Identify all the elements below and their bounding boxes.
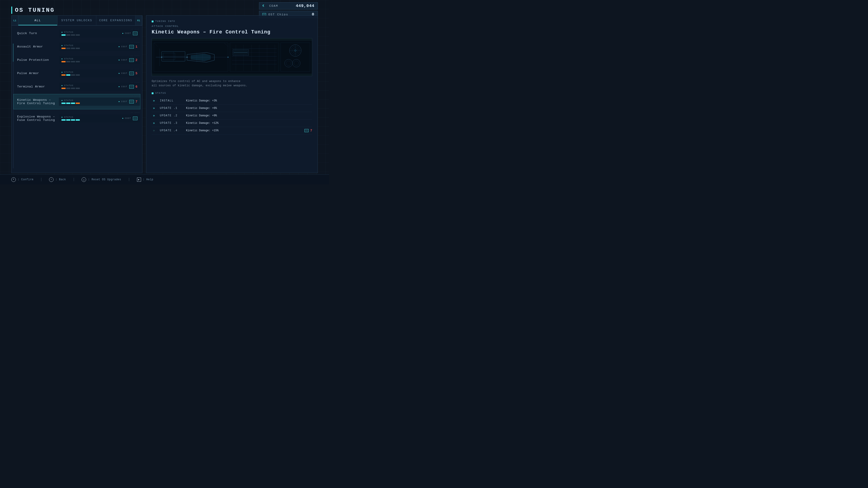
- list-item[interactable]: Pulse Protection STATUS: [13, 54, 141, 66]
- chevron-right-icon: »: [152, 114, 156, 118]
- cost-icon: [129, 85, 134, 89]
- upgrade-row: » UPDATE .1 Kinetic Damage: +6%: [152, 105, 312, 112]
- back-label: :: [55, 178, 57, 181]
- status-section-label: STATUS: [155, 92, 166, 94]
- seg-3: [71, 88, 75, 89]
- item-corner: -- ----: [130, 28, 140, 30]
- tab-next-btn[interactable]: R1: [135, 15, 142, 25]
- cost-icon: [133, 117, 137, 120]
- upgrade-row: » UPDATE .4 Kinetic Damage: +15% 7: [152, 127, 312, 134]
- back-text: Back: [59, 178, 66, 181]
- seg-1: [61, 119, 66, 121]
- info-section-label: TUNING INFO: [155, 20, 175, 23]
- seg-4: [76, 34, 80, 36]
- cost-label: COST: [119, 72, 127, 74]
- seg-3: [71, 61, 75, 62]
- upgrade-effect: Kinetic Damage: +9%: [186, 114, 312, 117]
- status-label: STATUS: [61, 99, 80, 102]
- cost-icon: [129, 100, 134, 103]
- upgrade-name: UPDATE .4: [160, 129, 182, 132]
- right-panel: TUNING INFO ATTACK CONTROL Kinetic Weapo…: [146, 15, 318, 173]
- list-item[interactable]: Quick Turn STATUS COST: [13, 27, 141, 39]
- item-corner: -- ----: [130, 111, 140, 113]
- cost-group: COST 6: [119, 85, 137, 89]
- cost-num: 2: [135, 58, 137, 62]
- list-item[interactable]: Assault Armor STATUS COS: [13, 41, 141, 53]
- status-label: STATUS: [61, 44, 80, 47]
- items-list[interactable]: Quick Turn STATUS COST: [11, 26, 142, 129]
- tab-core-expansions[interactable]: CORE EXPANSIONS: [96, 15, 135, 25]
- coam-icon: €: [262, 4, 267, 8]
- seg-3: [71, 119, 75, 121]
- coam-label: COAM: [269, 4, 293, 8]
- upgrade-name: UPDATE .3: [160, 122, 182, 125]
- status-bars: [61, 61, 80, 62]
- status-group: STATUS: [61, 31, 80, 36]
- cost-icon: [129, 58, 134, 62]
- back-hint: ○ : Back: [49, 177, 66, 182]
- seg-4: [76, 61, 80, 62]
- list-item[interactable]: Kinetic Weapons – Fire Control Tuning ST…: [13, 94, 141, 109]
- chevron-right-icon-dim: »: [152, 129, 156, 132]
- status-label: STATUS: [61, 31, 80, 33]
- status-group: STATUS: [61, 116, 80, 121]
- list-item[interactable]: Explosive Weapons – Fuse Control Tuning …: [13, 111, 141, 126]
- seg-1: [61, 88, 66, 89]
- reset-label: :: [88, 178, 90, 181]
- status-group: STATUS: [61, 71, 80, 76]
- status-group: STATUS: [61, 44, 80, 49]
- upgrade-effect: Kinetic Damage: +6%: [186, 107, 312, 110]
- cost-label: COST: [119, 86, 127, 88]
- cost-group: COST 5: [119, 72, 137, 75]
- help-label: :: [143, 178, 145, 181]
- upgrade-cost-num: 7: [310, 129, 312, 132]
- seg-1: [61, 34, 66, 36]
- cost-group: COST: [122, 117, 137, 120]
- tab-all[interactable]: ALL: [18, 15, 57, 25]
- attack-category: ATTACK CONTROL: [152, 25, 312, 28]
- status-section: STATUS » INSTALL Kinetic Damage: +3% » U…: [152, 92, 312, 134]
- upgrade-name: UPDATE .1: [160, 107, 182, 110]
- status-section-dot: [152, 92, 153, 94]
- status-header: STATUS: [152, 92, 312, 94]
- item-name: Quick Turn: [13, 28, 59, 39]
- status-label: STATUS: [61, 71, 80, 73]
- cost-group: COST 7: [119, 100, 137, 103]
- status-bars: [61, 88, 80, 89]
- cost-icon: [129, 45, 134, 48]
- seg-2: [66, 61, 70, 62]
- upgrade-effect: Kinetic Damage: +12%: [186, 122, 312, 125]
- coam-row: € COAM 449,044: [259, 2, 318, 9]
- tab-system-unlocks[interactable]: SYSTEM UNLOCKS: [57, 15, 96, 25]
- seg-2: [66, 119, 70, 121]
- help-hint: ▶ : Help: [137, 177, 153, 182]
- chevron-right-icon: »: [152, 106, 156, 110]
- status-bars: [61, 48, 80, 49]
- item-name: Assault Armor: [13, 41, 59, 53]
- item-corner: -- ----: [130, 55, 140, 57]
- upgrade-effect: Kinetic Damage: +3%: [186, 99, 312, 102]
- help-btn-icon: ▶: [137, 177, 141, 182]
- upgrade-effect: Kinetic Damage: +15%: [186, 129, 301, 132]
- cost-label: COST: [119, 59, 127, 61]
- list-item[interactable]: Terminal Armor STATUS CO: [13, 80, 141, 93]
- title-accent: [11, 6, 12, 14]
- confirm-text: Confirm: [21, 178, 33, 181]
- item-stats: STATUS COST 7: [59, 98, 140, 106]
- status-bars: [61, 103, 80, 104]
- page-title: OS TUNING: [15, 7, 55, 13]
- status-bars: [61, 74, 80, 76]
- list-item[interactable]: Pulse Armor STATUS COST: [13, 67, 141, 79]
- cost-label: COST: [122, 117, 131, 120]
- status-label: STATUS: [61, 58, 80, 60]
- seg-1: [61, 61, 66, 62]
- upgrade-cost-area: 7: [305, 129, 312, 132]
- chevron-right-icon: »: [152, 121, 156, 125]
- status-label: STATUS: [61, 85, 80, 87]
- seg-1: [61, 103, 66, 104]
- tab-prev-btn[interactable]: L1: [11, 15, 18, 25]
- seg-1: [61, 74, 66, 76]
- upgrade-title: Kinetic Weapons – Fire Control Tuning: [152, 29, 312, 35]
- cost-label: COST: [119, 101, 127, 103]
- cost-group: COST: [122, 32, 137, 35]
